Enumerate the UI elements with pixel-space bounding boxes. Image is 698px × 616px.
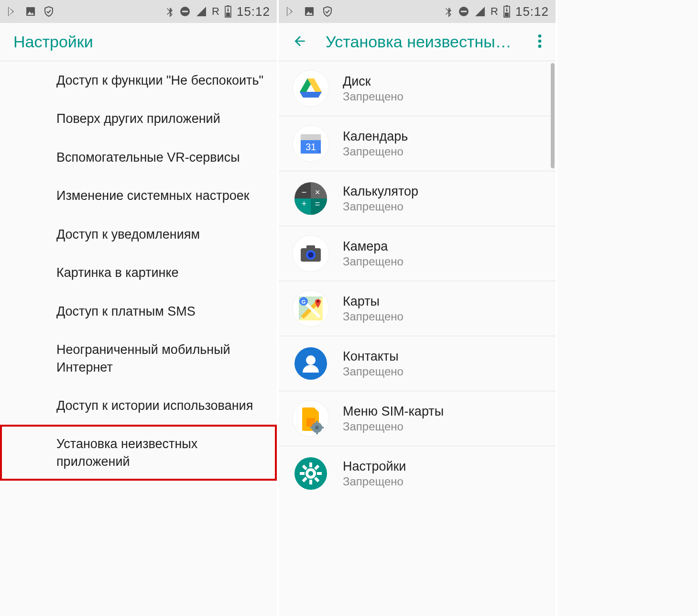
setting-do-not-disturb-access[interactable]: Доступ к функции "Не беспокоить": [0, 61, 277, 99]
svg-rect-61: [317, 472, 322, 475]
app-name-label: Меню SIM-карты: [343, 404, 444, 419]
app-name-label: Контакты: [343, 349, 404, 364]
status-left-icons: [7, 6, 55, 17]
svg-point-45: [317, 300, 319, 303]
page-title: Установка неизвестны…: [326, 33, 519, 51]
settings-icon: [292, 455, 329, 492]
play-store-icon: [7, 6, 18, 17]
svg-rect-55: [321, 427, 324, 429]
app-item-text: Карты Запрещено: [343, 294, 404, 323]
app-item-text: Меню SIM-карты Запрещено: [343, 404, 444, 433]
svg-text:31: 31: [305, 142, 316, 152]
svg-rect-54: [310, 427, 313, 429]
app-bar: Установка неизвестны…: [279, 23, 556, 61]
shield-check-icon: [43, 6, 55, 17]
svg-point-56: [294, 457, 327, 490]
app-status-label: Запрещено: [343, 90, 404, 103]
app-item-calculator[interactable]: −×+= Калькулятор Запрещено: [279, 171, 556, 226]
svg-text:×: ×: [315, 187, 320, 197]
setting-notification-access[interactable]: Доступ к уведомлениям: [0, 215, 277, 253]
contacts-icon: [292, 345, 329, 382]
svg-point-16: [538, 44, 542, 48]
phone-right: R 15:12 Установка неизвестны… Диск Запре…: [279, 0, 557, 616]
app-item-contacts[interactable]: Контакты Запрещено: [279, 336, 556, 391]
app-status-label: Запрещено: [343, 420, 444, 433]
svg-rect-3: [182, 11, 188, 12]
status-left-icons: [285, 6, 333, 17]
svg-text:G: G: [302, 299, 306, 305]
status-right-icons: R 15:12: [444, 4, 549, 19]
do-not-disturb-icon: [179, 6, 191, 17]
status-bar: R 15:12: [279, 0, 556, 23]
svg-rect-12: [506, 5, 508, 6]
setting-unrestricted-data[interactable]: Неограниченный мобильный Интернет: [0, 330, 277, 386]
bluetooth-icon: [444, 6, 453, 17]
overflow-menu-button[interactable]: [537, 33, 542, 51]
network-type-label: R: [212, 5, 219, 18]
do-not-disturb-icon: [458, 6, 469, 17]
app-item-text: Контакты Запрещено: [343, 349, 404, 378]
app-name-label: Карты: [343, 294, 404, 309]
svg-point-51: [315, 426, 319, 429]
status-bar: R 15:12: [0, 0, 277, 23]
app-item-sim-menu[interactable]: Меню SIM-карты Запрещено: [279, 391, 556, 446]
svg-rect-5: [227, 5, 229, 6]
app-item-maps[interactable]: G Карты Запрещено: [279, 281, 556, 336]
setting-install-unknown-apps[interactable]: Установка неизвестных приложений: [0, 425, 277, 481]
gallery-icon: [25, 6, 36, 17]
calendar-icon: 31: [292, 125, 329, 162]
setting-vr-helper-services[interactable]: Вспомогательные VR-сервисы: [0, 138, 277, 176]
app-status-label: Запрещено: [343, 145, 408, 158]
app-name-label: Диск: [343, 74, 404, 89]
setting-usage-access[interactable]: Доступ к истории использования: [0, 386, 277, 425]
svg-marker-20: [300, 92, 322, 98]
app-item-text: Настройки Запрещено: [343, 459, 406, 488]
battery-icon: [224, 5, 232, 18]
settings-list: Доступ к функции "Не беспокоить" Поверх …: [0, 61, 277, 481]
svg-point-17: [293, 70, 329, 107]
app-item-text: Диск Запрещено: [343, 74, 404, 103]
app-status-label: Запрещено: [343, 475, 406, 488]
svg-text:−: −: [302, 187, 307, 197]
app-status-label: Запрещено: [343, 365, 404, 378]
network-type-label: R: [491, 5, 498, 18]
svg-rect-34: [306, 245, 315, 249]
svg-point-36: [308, 252, 314, 258]
app-item-text: Календарь Запрещено: [343, 129, 408, 158]
svg-point-15: [538, 39, 542, 43]
app-status-label: Запрещено: [343, 255, 404, 268]
app-item-text: Калькулятор Запрещено: [343, 184, 418, 213]
signal-icon: [474, 6, 486, 17]
svg-rect-59: [309, 480, 312, 484]
play-store-icon: [285, 6, 297, 17]
back-button[interactable]: [292, 33, 307, 51]
app-list: Диск Запрещено 31 Календарь Запрещено −×…: [279, 61, 556, 501]
svg-rect-58: [309, 462, 312, 467]
setting-premium-sms-access[interactable]: Доступ к платным SMS: [0, 292, 277, 330]
camera-icon: [292, 235, 329, 272]
setting-picture-in-picture[interactable]: Картинка в картинке: [0, 253, 277, 292]
svg-text:+: +: [302, 199, 307, 209]
svg-rect-60: [300, 472, 305, 475]
app-item-calendar[interactable]: 31 Календарь Запрещено: [279, 116, 556, 171]
app-item-text: Камера Запрещено: [343, 239, 404, 268]
setting-draw-over-apps[interactable]: Поверх других приложений: [0, 99, 277, 138]
svg-rect-13: [505, 12, 509, 16]
gallery-icon: [304, 6, 315, 17]
svg-point-14: [538, 34, 542, 38]
app-name-label: Калькулятор: [343, 184, 418, 199]
app-status-label: Запрещено: [343, 310, 404, 323]
status-right-icons: R 15:12: [165, 4, 270, 19]
app-item-camera[interactable]: Камера Запрещено: [279, 226, 556, 281]
svg-rect-23: [301, 134, 321, 140]
setting-modify-system-settings[interactable]: Изменение системных настроек: [0, 176, 277, 215]
scrollbar-thumb[interactable]: [551, 63, 555, 168]
svg-rect-52: [316, 421, 318, 423]
signal-icon: [196, 6, 207, 17]
maps-icon: G: [292, 290, 329, 327]
app-item-drive[interactable]: Диск Запрещено: [279, 61, 556, 116]
app-bar: Настройки: [0, 23, 277, 61]
svg-rect-53: [316, 432, 318, 434]
app-status-label: Запрещено: [343, 200, 418, 213]
app-item-settings[interactable]: Настройки Запрещено: [279, 446, 556, 501]
